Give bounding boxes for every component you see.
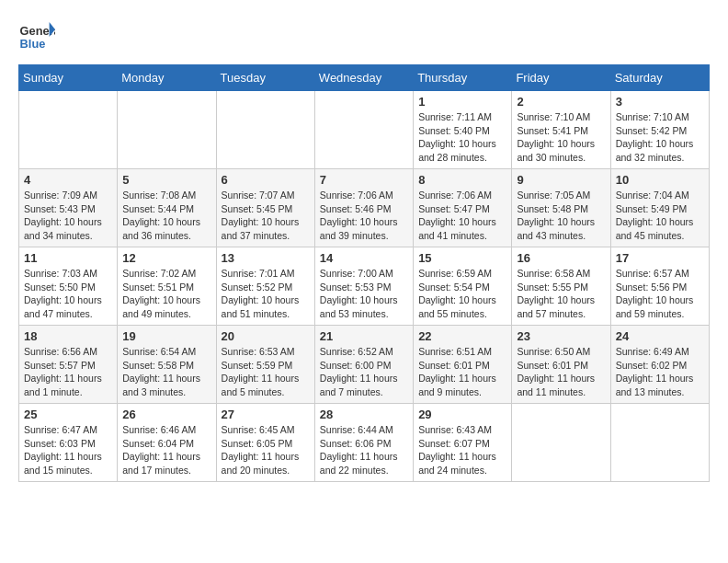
day-number: 16 xyxy=(517,251,605,265)
day-info: Sunrise: 7:10 AM Sunset: 5:41 PM Dayligh… xyxy=(517,110,605,165)
calendar-cell: 22 Sunrise: 6:51 AM Sunset: 6:01 PM Dayl… xyxy=(414,326,512,404)
weekday-header-thursday: Thursday xyxy=(414,65,512,91)
logo-icon: General Blue xyxy=(18,18,55,55)
calendar-cell: 12 Sunrise: 7:02 AM Sunset: 5:51 PM Dayl… xyxy=(118,247,216,326)
day-info: Sunrise: 6:57 AM Sunset: 5:56 PM Dayligh… xyxy=(616,267,704,321)
day-info: Sunrise: 7:06 AM Sunset: 5:46 PM Dayligh… xyxy=(320,189,408,243)
calendar-cell: 10 Sunrise: 7:04 AM Sunset: 5:49 PM Dayl… xyxy=(610,169,709,247)
calendar-cell xyxy=(314,91,413,169)
calendar-cell: 8 Sunrise: 7:06 AM Sunset: 5:47 PM Dayli… xyxy=(414,169,512,247)
calendar-cell: 16 Sunrise: 6:58 AM Sunset: 5:55 PM Dayl… xyxy=(512,247,610,326)
calendar-cell: 21 Sunrise: 6:52 AM Sunset: 6:00 PM Dayl… xyxy=(314,326,413,404)
day-number: 11 xyxy=(24,251,112,265)
day-info: Sunrise: 6:44 AM Sunset: 6:06 PM Dayligh… xyxy=(320,423,408,477)
calendar-cell: 19 Sunrise: 6:54 AM Sunset: 5:58 PM Dayl… xyxy=(118,326,216,404)
day-info: Sunrise: 6:50 AM Sunset: 6:01 PM Dayligh… xyxy=(517,345,605,399)
day-info: Sunrise: 7:08 AM Sunset: 5:44 PM Dayligh… xyxy=(122,189,210,243)
calendar-cell: 26 Sunrise: 6:46 AM Sunset: 6:04 PM Dayl… xyxy=(118,404,216,482)
day-number: 25 xyxy=(24,408,112,421)
day-info: Sunrise: 7:01 AM Sunset: 5:52 PM Dayligh… xyxy=(222,267,310,321)
day-number: 26 xyxy=(122,408,210,421)
logo: General Blue xyxy=(18,18,59,55)
header: General Blue xyxy=(18,18,710,55)
svg-text:Blue: Blue xyxy=(20,37,46,51)
calendar-cell: 29 Sunrise: 6:43 AM Sunset: 6:07 PM Dayl… xyxy=(414,404,512,482)
calendar-cell: 9 Sunrise: 7:05 AM Sunset: 5:48 PM Dayli… xyxy=(512,169,610,247)
calendar-week-row: 11 Sunrise: 7:03 AM Sunset: 5:50 PM Dayl… xyxy=(19,247,710,326)
calendar-cell: 6 Sunrise: 7:07 AM Sunset: 5:45 PM Dayli… xyxy=(216,169,314,247)
weekday-header-saturday: Saturday xyxy=(610,65,709,91)
day-info: Sunrise: 6:53 AM Sunset: 5:59 PM Dayligh… xyxy=(222,345,310,399)
calendar-cell: 15 Sunrise: 6:59 AM Sunset: 5:54 PM Dayl… xyxy=(414,247,512,326)
day-number: 24 xyxy=(616,329,704,343)
day-number: 17 xyxy=(616,251,704,265)
day-info: Sunrise: 6:58 AM Sunset: 5:55 PM Dayligh… xyxy=(517,267,605,321)
calendar-cell: 11 Sunrise: 7:03 AM Sunset: 5:50 PM Dayl… xyxy=(19,247,118,326)
calendar-cell: 27 Sunrise: 6:45 AM Sunset: 6:05 PM Dayl… xyxy=(216,404,314,482)
calendar-cell xyxy=(610,404,709,482)
day-info: Sunrise: 7:07 AM Sunset: 5:45 PM Dayligh… xyxy=(222,189,310,243)
day-number: 12 xyxy=(122,251,210,265)
weekday-header-row: SundayMondayTuesdayWednesdayThursdayFrid… xyxy=(19,65,710,91)
day-info: Sunrise: 7:03 AM Sunset: 5:50 PM Dayligh… xyxy=(24,267,112,321)
day-info: Sunrise: 6:43 AM Sunset: 6:07 PM Dayligh… xyxy=(418,423,506,477)
day-number: 29 xyxy=(418,408,506,421)
day-number: 9 xyxy=(517,173,605,187)
day-info: Sunrise: 6:46 AM Sunset: 6:04 PM Dayligh… xyxy=(122,423,210,477)
day-number: 27 xyxy=(222,408,310,421)
calendar-cell: 18 Sunrise: 6:56 AM Sunset: 5:57 PM Dayl… xyxy=(19,326,118,404)
weekday-header-monday: Monday xyxy=(118,65,216,91)
day-number: 5 xyxy=(122,173,210,187)
calendar-cell: 17 Sunrise: 6:57 AM Sunset: 5:56 PM Dayl… xyxy=(610,247,709,326)
day-number: 21 xyxy=(320,329,408,343)
day-number: 2 xyxy=(517,95,605,109)
day-info: Sunrise: 7:06 AM Sunset: 5:47 PM Dayligh… xyxy=(418,189,506,243)
day-info: Sunrise: 6:49 AM Sunset: 6:02 PM Dayligh… xyxy=(616,345,704,399)
day-number: 7 xyxy=(320,173,408,187)
day-number: 19 xyxy=(122,329,210,343)
day-number: 8 xyxy=(418,173,506,187)
day-info: Sunrise: 6:51 AM Sunset: 6:01 PM Dayligh… xyxy=(418,345,506,399)
calendar-week-row: 4 Sunrise: 7:09 AM Sunset: 5:43 PM Dayli… xyxy=(19,169,710,247)
calendar-cell: 3 Sunrise: 7:10 AM Sunset: 5:42 PM Dayli… xyxy=(610,91,709,169)
calendar-week-row: 1 Sunrise: 7:11 AM Sunset: 5:40 PM Dayli… xyxy=(19,91,710,169)
day-info: Sunrise: 6:56 AM Sunset: 5:57 PM Dayligh… xyxy=(24,345,112,399)
day-number: 13 xyxy=(222,251,310,265)
day-info: Sunrise: 7:00 AM Sunset: 5:53 PM Dayligh… xyxy=(320,267,408,321)
calendar-cell: 1 Sunrise: 7:11 AM Sunset: 5:40 PM Dayli… xyxy=(414,91,512,169)
weekday-header-wednesday: Wednesday xyxy=(314,65,413,91)
calendar-cell: 20 Sunrise: 6:53 AM Sunset: 5:59 PM Dayl… xyxy=(216,326,314,404)
calendar-cell xyxy=(118,91,216,169)
weekday-header-friday: Friday xyxy=(512,65,610,91)
day-info: Sunrise: 6:47 AM Sunset: 6:03 PM Dayligh… xyxy=(24,423,112,477)
calendar-week-row: 18 Sunrise: 6:56 AM Sunset: 5:57 PM Dayl… xyxy=(19,326,710,404)
day-number: 10 xyxy=(616,173,704,187)
day-info: Sunrise: 6:45 AM Sunset: 6:05 PM Dayligh… xyxy=(222,423,310,477)
calendar-cell: 25 Sunrise: 6:47 AM Sunset: 6:03 PM Dayl… xyxy=(19,404,118,482)
calendar-cell: 23 Sunrise: 6:50 AM Sunset: 6:01 PM Dayl… xyxy=(512,326,610,404)
calendar-cell: 28 Sunrise: 6:44 AM Sunset: 6:06 PM Dayl… xyxy=(314,404,413,482)
calendar-cell xyxy=(19,91,118,169)
day-info: Sunrise: 7:11 AM Sunset: 5:40 PM Dayligh… xyxy=(418,110,506,165)
day-info: Sunrise: 7:04 AM Sunset: 5:49 PM Dayligh… xyxy=(616,189,704,243)
day-number: 15 xyxy=(418,251,506,265)
day-number: 6 xyxy=(222,173,310,187)
day-number: 20 xyxy=(222,329,310,343)
day-number: 3 xyxy=(616,95,704,109)
day-info: Sunrise: 7:02 AM Sunset: 5:51 PM Dayligh… xyxy=(122,267,210,321)
day-info: Sunrise: 7:10 AM Sunset: 5:42 PM Dayligh… xyxy=(616,110,704,165)
day-number: 18 xyxy=(24,329,112,343)
calendar-cell: 2 Sunrise: 7:10 AM Sunset: 5:41 PM Dayli… xyxy=(512,91,610,169)
day-info: Sunrise: 6:59 AM Sunset: 5:54 PM Dayligh… xyxy=(418,267,506,321)
calendar-cell: 4 Sunrise: 7:09 AM Sunset: 5:43 PM Dayli… xyxy=(19,169,118,247)
calendar-cell: 7 Sunrise: 7:06 AM Sunset: 5:46 PM Dayli… xyxy=(314,169,413,247)
calendar-cell xyxy=(216,91,314,169)
calendar-cell xyxy=(512,404,610,482)
day-number: 23 xyxy=(517,329,605,343)
calendar-cell: 5 Sunrise: 7:08 AM Sunset: 5:44 PM Dayli… xyxy=(118,169,216,247)
calendar-cell: 14 Sunrise: 7:00 AM Sunset: 5:53 PM Dayl… xyxy=(314,247,413,326)
day-info: Sunrise: 6:54 AM Sunset: 5:58 PM Dayligh… xyxy=(122,345,210,399)
day-number: 1 xyxy=(418,95,506,109)
weekday-header-tuesday: Tuesday xyxy=(216,65,314,91)
day-info: Sunrise: 6:52 AM Sunset: 6:00 PM Dayligh… xyxy=(320,345,408,399)
